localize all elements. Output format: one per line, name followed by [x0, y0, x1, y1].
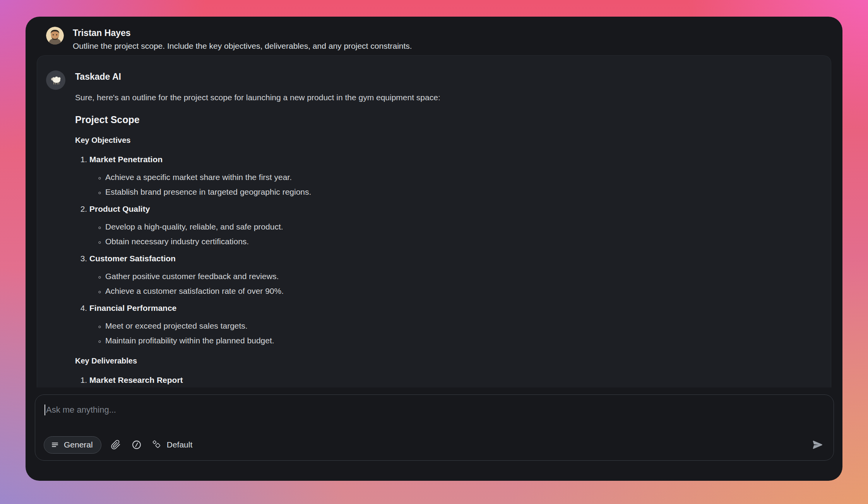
- agent-selector-label: General: [64, 440, 93, 449]
- bullet-item: Develop a high-quality, reliable, and sa…: [105, 221, 815, 233]
- list-item: Financial PerformanceMeet or exceed proj…: [89, 302, 815, 346]
- user-name: Tristan Hayes: [73, 27, 412, 39]
- list-item: Market PenetrationAchieve a specific mar…: [89, 154, 815, 198]
- list-item: Market Research ReportComprehensive anal…: [89, 374, 815, 387]
- ai-message-body: Sure, here's an outline for the project …: [75, 92, 815, 387]
- list-item-label: Product Quality: [89, 204, 150, 213]
- list-item: Customer SatisfactionGather positive cus…: [89, 253, 815, 297]
- list-item-label: Market Penetration: [89, 155, 163, 164]
- user-message-text: Outline the project scope. Include the k…: [73, 40, 412, 52]
- bullet-list: Develop a high-quality, reliable, and sa…: [89, 221, 815, 247]
- ai-avatar: [46, 70, 65, 90]
- ai-title: Project Scope: [75, 113, 815, 126]
- ai-response-panel: Taskade AI Sure, here's an outline for t…: [37, 55, 831, 387]
- send-icon: [812, 439, 823, 451]
- bullet-item: Achieve a customer satisfaction rate of …: [105, 285, 815, 297]
- sheep-icon: [50, 74, 62, 86]
- bullet-item: Obtain necessary industry certifications…: [105, 236, 815, 247]
- bullet-item: Maintain profitability within the planne…: [105, 335, 815, 346]
- man-photo-avatar: [46, 27, 64, 45]
- slash-command-button[interactable]: [130, 438, 143, 451]
- knowledge-selector-label: Default: [167, 440, 193, 449]
- bullet-list: Gather positive customer feedback and re…: [89, 271, 815, 297]
- composer-toolbar: General: [44, 436, 823, 454]
- text-caret: [45, 405, 45, 415]
- user-message: Tristan Hayes Outline the project scope.…: [46, 27, 412, 52]
- user-avatar: [46, 27, 64, 45]
- ai-name: Taskade AI: [75, 70, 121, 90]
- taskade-ai-chat-window: Tristan Hayes Outline the project scope.…: [0, 0, 868, 504]
- numbered-list: Market Research ReportComprehensive anal…: [75, 374, 815, 387]
- numbered-list: Market PenetrationAchieve a specific mar…: [75, 154, 815, 346]
- composer: Ask me anything... General: [35, 394, 834, 461]
- user-message-content: Tristan Hayes Outline the project scope.…: [73, 27, 412, 52]
- section-heading: Key Deliverables: [75, 356, 815, 366]
- paperclip-icon: [111, 440, 121, 450]
- bullet-item: Achieve a specific market share within t…: [105, 171, 815, 183]
- diamonds-icon: [152, 440, 162, 450]
- bullet-item: Gather positive customer feedback and re…: [105, 271, 815, 282]
- list-icon: [51, 441, 60, 449]
- list-item-label: Financial Performance: [89, 303, 176, 312]
- agent-selector-button[interactable]: General: [44, 436, 101, 454]
- ai-sections: Key ObjectivesMarket PenetrationAchieve …: [75, 135, 815, 387]
- input-placeholder: Ask me anything...: [46, 403, 116, 417]
- message-input[interactable]: Ask me anything...: [45, 402, 824, 418]
- list-item-label: Market Research Report: [89, 375, 183, 384]
- bullet-list: Meet or exceed projected sales targets.M…: [89, 320, 815, 346]
- slash-circle-icon: [131, 439, 142, 450]
- knowledge-selector[interactable]: Default: [152, 440, 193, 450]
- ai-intro-text: Sure, here's an outline for the project …: [75, 92, 815, 103]
- section-heading: Key Objectives: [75, 135, 815, 145]
- bullet-list: Achieve a specific market share within t…: [89, 171, 815, 198]
- send-button[interactable]: [812, 439, 823, 451]
- chat-card: Tristan Hayes Outline the project scope.…: [26, 17, 842, 481]
- list-item: Product QualityDevelop a high-quality, r…: [89, 203, 815, 247]
- attach-file-button[interactable]: [109, 438, 122, 451]
- ai-header: Taskade AI: [46, 70, 815, 90]
- bullet-item: Meet or exceed projected sales targets.: [105, 320, 815, 332]
- list-item-label: Customer Satisfaction: [89, 254, 176, 263]
- bullet-item: Establish brand presence in targeted geo…: [105, 186, 815, 198]
